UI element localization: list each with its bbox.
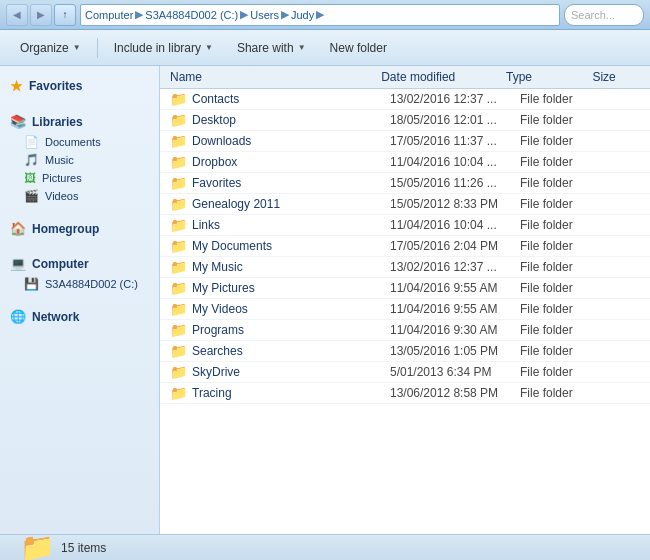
address-segment-judy[interactable]: Judy (291, 9, 314, 21)
up-button[interactable]: ↑ (54, 4, 76, 26)
videos-icon: 🎬 (24, 189, 39, 203)
file-type-cell: File folder (520, 386, 610, 400)
folder-icon: 📁 (170, 259, 187, 275)
include-library-button[interactable]: Include in library ▼ (104, 35, 223, 61)
table-row[interactable]: 📁 SkyDrive 5/01/2013 6:34 PM File folder (160, 362, 650, 383)
file-name-text: Favorites (192, 176, 241, 190)
file-type-cell: File folder (520, 239, 610, 253)
column-header-name[interactable]: Name (160, 70, 381, 84)
file-type-cell: File folder (520, 260, 610, 274)
organize-button[interactable]: Organize ▼ (10, 35, 91, 61)
sidebar-pictures-label: Pictures (42, 172, 82, 184)
table-row[interactable]: 📁 Links 11/04/2016 10:04 ... File folder (160, 215, 650, 236)
file-name-cell: 📁 My Documents (160, 238, 390, 254)
sidebar-libraries-header[interactable]: 📚 Libraries (0, 110, 159, 133)
computer-icon: 💻 (10, 256, 26, 271)
folder-icon: 📁 (170, 91, 187, 107)
table-row[interactable]: 📁 Programs 11/04/2016 9:30 AM File folde… (160, 320, 650, 341)
sidebar-network-label: Network (32, 310, 79, 324)
file-name-cell: 📁 SkyDrive (160, 364, 390, 380)
new-folder-button[interactable]: New folder (320, 35, 397, 61)
forward-button[interactable]: ▶ (30, 4, 52, 26)
address-segment-drive[interactable]: S3A4884D002 (C:) (145, 9, 238, 21)
folder-icon: 📁 (170, 322, 187, 338)
column-header-size[interactable]: Size (592, 70, 650, 84)
sidebar-homegroup-section: 🏠 Homegroup (0, 217, 159, 240)
sidebar-favorites-label: Favorites (29, 79, 82, 93)
search-box[interactable]: Search... (564, 4, 644, 26)
music-icon: 🎵 (24, 153, 39, 167)
file-type-cell: File folder (520, 281, 610, 295)
address-bar[interactable]: Computer ▶ S3A4884D002 (C:) ▶ Users ▶ Ju… (80, 4, 560, 26)
sidebar-item-music[interactable]: 🎵 Music (0, 151, 159, 169)
file-date-cell: 11/04/2016 10:04 ... (390, 155, 520, 169)
nav-buttons: ◀ ▶ ↑ (6, 4, 76, 26)
file-name-text: My Documents (192, 239, 272, 253)
include-library-arrow-icon: ▼ (205, 43, 213, 52)
sidebar-computer-header[interactable]: 💻 Computer (0, 252, 159, 275)
sidebar-network-header[interactable]: 🌐 Network (0, 305, 159, 328)
sidebar-music-label: Music (45, 154, 74, 166)
file-date-cell: 11/04/2016 9:55 AM (390, 302, 520, 316)
file-name-text: Desktop (192, 113, 236, 127)
column-header-type[interactable]: Type (506, 70, 592, 84)
sidebar-drive-label: S3A4884D002 (C:) (45, 278, 138, 290)
column-header-date[interactable]: Date modified (381, 70, 506, 84)
file-type-cell: File folder (520, 92, 610, 106)
folder-icon: 📁 (170, 385, 187, 401)
table-row[interactable]: 📁 Searches 13/05/2016 1:05 PM File folde… (160, 341, 650, 362)
folder-icon: 📁 (170, 154, 187, 170)
table-row[interactable]: 📁 Downloads 17/05/2016 11:37 ... File fo… (160, 131, 650, 152)
file-name-text: Dropbox (192, 155, 237, 169)
status-folder-icon: 📁 (20, 531, 55, 560)
share-with-label: Share with (237, 41, 294, 55)
table-row[interactable]: 📁 My Videos 11/04/2016 9:55 AM File fold… (160, 299, 650, 320)
sidebar-item-documents[interactable]: 📄 Documents (0, 133, 159, 151)
folder-icon: 📁 (170, 196, 187, 212)
table-row[interactable]: 📁 Genealogy 2011 15/05/2012 8:33 PM File… (160, 194, 650, 215)
address-segment-computer[interactable]: Computer (85, 9, 133, 21)
share-with-button[interactable]: Share with ▼ (227, 35, 316, 61)
back-button[interactable]: ◀ (6, 4, 28, 26)
sidebar-item-pictures[interactable]: 🖼 Pictures (0, 169, 159, 187)
file-name-cell: 📁 My Videos (160, 301, 390, 317)
table-row[interactable]: 📁 My Music 13/02/2016 12:37 ... File fol… (160, 257, 650, 278)
file-date-cell: 15/05/2016 11:26 ... (390, 176, 520, 190)
homegroup-icon: 🏠 (10, 221, 26, 236)
sidebar: ★ Favorites 📚 Libraries 📄 Documents 🎵 Mu… (0, 66, 160, 534)
file-name-text: Contacts (192, 92, 239, 106)
table-row[interactable]: 📁 Favorites 15/05/2016 11:26 ... File fo… (160, 173, 650, 194)
file-type-cell: File folder (520, 176, 610, 190)
drive-icon: 💾 (24, 277, 39, 291)
sidebar-libraries-label: Libraries (32, 115, 83, 129)
folder-icon: 📁 (170, 217, 187, 233)
file-name-text: My Videos (192, 302, 248, 316)
organize-arrow-icon: ▼ (73, 43, 81, 52)
folder-icon: 📁 (170, 301, 187, 317)
file-name-text: Tracing (192, 386, 232, 400)
folder-icon: 📁 (170, 280, 187, 296)
file-name-text: Downloads (192, 134, 251, 148)
file-date-cell: 18/05/2016 12:01 ... (390, 113, 520, 127)
back-icon: ◀ (13, 9, 21, 20)
file-name-cell: 📁 Links (160, 217, 390, 233)
table-row[interactable]: 📁 Desktop 18/05/2016 12:01 ... File fold… (160, 110, 650, 131)
file-type-cell: File folder (520, 365, 610, 379)
libraries-icon: 📚 (10, 114, 26, 129)
table-row[interactable]: 📁 My Pictures 11/04/2016 9:55 AM File fo… (160, 278, 650, 299)
address-sep-4: ▶ (316, 8, 324, 21)
file-type-cell: File folder (520, 155, 610, 169)
table-row[interactable]: 📁 Dropbox 11/04/2016 10:04 ... File fold… (160, 152, 650, 173)
table-row[interactable]: 📁 Tracing 13/06/2012 8:58 PM File folder (160, 383, 650, 404)
sidebar-homegroup-label: Homegroup (32, 222, 99, 236)
table-row[interactable]: 📁 My Documents 17/05/2016 2:04 PM File f… (160, 236, 650, 257)
sidebar-item-videos[interactable]: 🎬 Videos (0, 187, 159, 205)
address-segment-users[interactable]: Users (250, 9, 279, 21)
favorites-icon: ★ (10, 78, 23, 94)
sidebar-videos-label: Videos (45, 190, 78, 202)
table-row[interactable]: 📁 Contacts 13/02/2016 12:37 ... File fol… (160, 89, 650, 110)
sidebar-item-drive[interactable]: 💾 S3A4884D002 (C:) (0, 275, 159, 293)
sidebar-homegroup-header[interactable]: 🏠 Homegroup (0, 217, 159, 240)
file-name-cell: 📁 Tracing (160, 385, 390, 401)
file-type-cell: File folder (520, 113, 610, 127)
